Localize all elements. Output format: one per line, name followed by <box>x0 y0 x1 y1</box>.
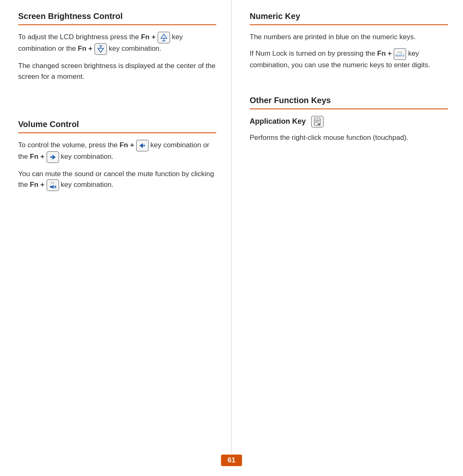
application-key-label-container: Application Key <box>250 116 448 127</box>
numeric-key-body: The numbers are printed in blue on the n… <box>250 32 448 71</box>
svg-marker-3 <box>98 48 104 52</box>
numeric-key-divider <box>250 24 448 25</box>
screen-brightness-divider <box>18 24 216 25</box>
screen-brightness-body: To adjust the LCD brightness press the F… <box>18 32 216 82</box>
volume-para1: To control the volume, press the Fn + ke… <box>18 140 216 163</box>
fn-mute-bold: Fn + <box>30 181 44 189</box>
screen-brightness-para2: The changed screen brightness is display… <box>18 61 216 82</box>
numlock-key-icon: F11 NumLk <box>394 48 406 60</box>
numeric-key-section: Numeric Key The numbers are printed in b… <box>250 12 448 71</box>
numeric-key-para1: The numbers are printed in blue on the n… <box>250 32 448 42</box>
brightness-up-key-icon <box>158 32 170 43</box>
right-column: Numeric Key The numbers are printed in b… <box>232 0 463 454</box>
fn-bold-1: Fn + <box>141 33 156 41</box>
brightness-down-key-icon <box>94 43 107 55</box>
volume-body: To control the volume, press the Fn + ke… <box>18 140 216 191</box>
vol-down-key-icon <box>136 140 149 151</box>
other-function-keys-divider <box>250 108 448 109</box>
svg-marker-6 <box>139 143 143 148</box>
fn-vol-bold-2: Fn + <box>30 153 44 160</box>
volume-divider <box>18 132 216 133</box>
numeric-key-title: Numeric Key <box>250 12 448 21</box>
left-column: Screen Brightness Control To adjust the … <box>0 0 232 454</box>
application-key-para: Performs the right-click mouse function … <box>250 132 448 143</box>
application-key-icon <box>311 116 324 127</box>
screen-brightness-para1: To adjust the LCD brightness press the F… <box>18 32 216 55</box>
volume-title: Volume Control <box>18 120 216 129</box>
svg-marker-9 <box>52 155 56 160</box>
svg-marker-12 <box>50 185 54 189</box>
vol-up-key-icon <box>47 151 59 163</box>
screen-brightness-section: Screen Brightness Control To adjust the … <box>18 12 216 82</box>
application-key-label: Application Key <box>250 117 306 125</box>
volume-section: Volume Control To control the volume, pr… <box>18 120 216 191</box>
other-function-keys-section: Other Function Keys Application Key <box>250 96 448 143</box>
numeric-key-para2: If Num Lock is turned on by pressing the… <box>250 48 448 71</box>
fn-numlock-bold: Fn + <box>377 50 392 58</box>
screen-brightness-title: Screen Brightness Control <box>18 12 216 21</box>
fn-bold-2: Fn + <box>78 45 92 52</box>
application-key-body: Performs the right-click mouse function … <box>250 132 448 143</box>
volume-para2: You can mute the sound or cancel the mut… <box>18 169 216 191</box>
fn-vol-bold-1: Fn + <box>120 141 134 149</box>
mute-key-icon: F6 <box>47 179 59 191</box>
other-function-keys-title: Other Function Keys <box>250 96 448 105</box>
svg-marker-0 <box>161 34 167 38</box>
page-number-badge: 61 <box>221 455 242 466</box>
page-number-container: 61 <box>221 455 242 466</box>
application-key-subsection: Application Key Per <box>250 116 448 143</box>
